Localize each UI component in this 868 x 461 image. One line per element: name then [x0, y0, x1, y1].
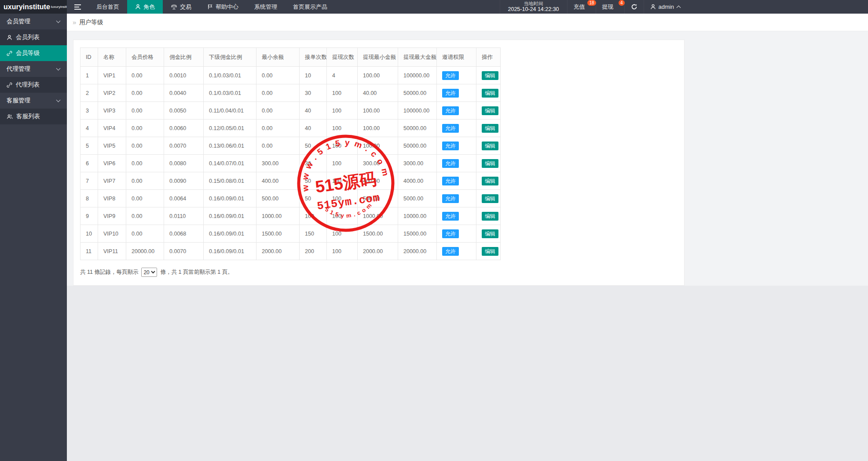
edit-button[interactable]: 编辑 — [482, 212, 498, 221]
invite-permission-cell: 允许 — [437, 172, 476, 190]
column-header: 邀请权限 — [437, 48, 476, 67]
recharge-button[interactable]: 充值 18 — [567, 0, 596, 14]
table-cell: 0.00 — [126, 190, 164, 207]
allow-button[interactable]: 允许 — [442, 159, 459, 168]
sidebar-group-member-management[interactable]: 会员管理 — [0, 14, 67, 29]
admin-menu[interactable]: admin — [644, 0, 686, 14]
invite-permission-cell: 允许 — [437, 137, 476, 155]
allow-button[interactable]: 允许 — [442, 177, 459, 185]
table-header-row: ID名称会员价格佣金比例下级佣金比例最小余额接单次数提现次数提现最小金额提现最大… — [81, 48, 501, 67]
allow-button[interactable]: 允许 — [442, 71, 459, 80]
table-cell: 100 — [327, 120, 358, 137]
edit-button[interactable]: 编辑 — [482, 71, 498, 80]
invite-permission-cell: 允许 — [437, 67, 476, 84]
table-cell: 0.0110 — [164, 207, 204, 225]
allow-button[interactable]: 允许 — [442, 106, 459, 115]
sidebar-item-member-level[interactable]: 会员等级 — [0, 45, 67, 61]
edit-button[interactable]: 编辑 — [482, 142, 498, 150]
table-cell: 15000.00 — [398, 225, 437, 243]
top-navigation: 后台首页 角色 交易 帮助中心 系统管理 首页展示产品 — [67, 0, 335, 14]
sidebar-group-service-management[interactable]: 客服管理 — [0, 93, 67, 109]
allow-button[interactable]: 允许 — [442, 229, 459, 238]
user-level-table: ID名称会员价格佣金比例下级佣金比例最小余额接单次数提现次数提现最小金额提现最大… — [80, 47, 501, 260]
chevron-up-icon — [677, 5, 681, 10]
table-cell: 1500.00 — [358, 225, 398, 243]
table-cell: 40 — [300, 102, 327, 120]
table-cell: 0.0080 — [164, 155, 204, 172]
table-cell: 0.00 — [126, 67, 164, 84]
table-body: 1VIP10.000.00100.1/0.03/0.010.00104100.0… — [81, 67, 501, 260]
edit-button[interactable]: 编辑 — [482, 229, 498, 238]
operation-cell: 编辑 — [476, 243, 501, 260]
topbar: uxuryinstitute luxuryinstitute 后台首页 角色 交… — [0, 0, 868, 14]
table-cell: 100 — [327, 84, 358, 102]
table-cell: 1000.00 — [256, 207, 300, 225]
nav-item-trade[interactable]: 交易 — [163, 0, 199, 14]
table-cell: 0.00 — [126, 84, 164, 102]
invite-permission-cell: 允许 — [437, 225, 476, 243]
edit-button[interactable]: 编辑 — [482, 89, 498, 98]
allow-button[interactable]: 允许 — [442, 142, 459, 150]
table-cell: 100000.00 — [398, 67, 437, 84]
logo-superscript: luxuryinstitute — [51, 5, 67, 9]
invite-permission-cell: 允许 — [437, 120, 476, 137]
nav-item-help-center[interactable]: 帮助中心 — [199, 0, 246, 14]
allow-button[interactable]: 允许 — [442, 89, 459, 98]
table-row: 8VIP80.000.00640.16/0.09/0.01500.0050100… — [81, 190, 501, 207]
nav-item-dashboard[interactable]: 后台首页 — [88, 0, 127, 14]
sidebar-item-label: 客服列表 — [16, 113, 40, 120]
topbar-right: 当地时间 2025-10-24 14:22:30 充值 18 提现 4 admi… — [500, 0, 687, 14]
table-cell: 100 — [327, 190, 358, 207]
withdraw-badge: 4 — [619, 0, 625, 6]
refresh-button[interactable] — [624, 0, 644, 14]
table-cell: 0.00 — [256, 67, 300, 84]
nav-label: 系统管理 — [254, 3, 277, 11]
operation-cell: 编辑 — [476, 84, 501, 102]
table-cell: 0.0070 — [164, 243, 204, 260]
allow-button[interactable]: 允许 — [442, 194, 459, 203]
edit-button[interactable]: 编辑 — [482, 177, 498, 185]
edit-button[interactable]: 编辑 — [482, 194, 498, 203]
nav-item-roles[interactable]: 角色 — [127, 0, 163, 14]
table-cell: 20000.00 — [126, 243, 164, 260]
sidebar-item-agent-list[interactable]: 代理列表 — [0, 77, 67, 93]
sidebar-item-label: 会员等级 — [16, 49, 40, 57]
hamburger-menu-icon[interactable] — [67, 0, 88, 14]
table-cell: 3 — [81, 102, 98, 120]
table-row: 4VIP40.000.00600.12/0.05/0.010.004010010… — [81, 120, 501, 137]
sidebar-group-agent-management[interactable]: 代理管理 — [0, 61, 67, 77]
table-cell: 500.00 — [358, 190, 398, 207]
page-title: 用户等级 — [79, 18, 103, 26]
user-level-card: ID名称会员价格佣金比例下级佣金比例最小余额接单次数提现次数提现最小金额提现最大… — [73, 40, 685, 286]
edit-button[interactable]: 编辑 — [482, 106, 498, 115]
edit-button[interactable]: 编辑 — [482, 159, 498, 168]
nav-item-home-products[interactable]: 首页展示产品 — [285, 0, 335, 14]
operation-cell: 编辑 — [476, 190, 501, 207]
edit-button[interactable]: 编辑 — [482, 124, 498, 133]
edit-button[interactable]: 编辑 — [482, 247, 498, 256]
table-row: 6VIP60.000.00800.14/0.07/0.01300.0030100… — [81, 155, 501, 172]
operation-cell: 编辑 — [476, 137, 501, 155]
allow-button[interactable]: 允许 — [442, 124, 459, 133]
operation-cell: 编辑 — [476, 155, 501, 172]
table-row: 7VIP70.000.00900.15/0.08/0.01400.0050100… — [81, 172, 501, 190]
sidebar-item-member-list[interactable]: 会员列表 — [0, 29, 67, 45]
logo-text: uxuryinstitute — [4, 3, 50, 11]
table-cell: 11 — [81, 243, 98, 260]
table-cell: 0.16/0.09/0.01 — [204, 207, 256, 225]
table-cell: 50000.00 — [398, 84, 437, 102]
allow-button[interactable]: 允许 — [442, 247, 459, 256]
page-size-select[interactable]: 20 — [141, 268, 157, 277]
nav-item-system[interactable]: 系统管理 — [246, 0, 285, 14]
table-cell: 100 — [327, 172, 358, 190]
table-cell: 50000.00 — [398, 120, 437, 137]
withdraw-button[interactable]: 提现 4 — [596, 0, 624, 14]
users-icon — [7, 114, 13, 120]
scales-icon — [171, 4, 177, 10]
sidebar-item-service-list[interactable]: 客服列表 — [0, 109, 67, 124]
allow-button[interactable]: 允许 — [442, 212, 459, 221]
table-cell: 0.00 — [256, 120, 300, 137]
recharge-label: 充值 — [574, 3, 585, 11]
withdraw-label: 提现 — [602, 3, 614, 11]
sidebar-item-label: 会员列表 — [16, 33, 40, 41]
